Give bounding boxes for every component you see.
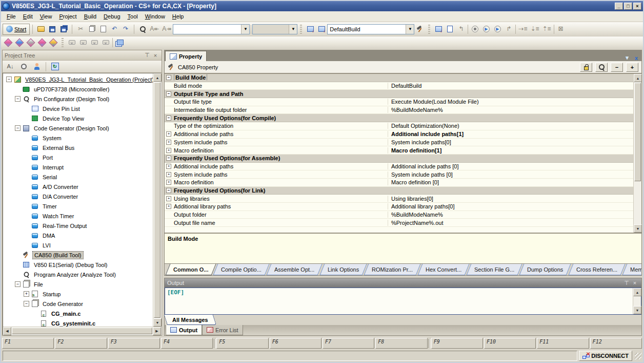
collapse-box-icon[interactable]: − <box>15 281 21 287</box>
tree-item[interactable]: −Code Generator (Design Tool) <box>3 123 153 133</box>
function-key-f8[interactable]: F8 <box>375 338 427 349</box>
collapse-box-icon[interactable]: − <box>166 156 171 161</box>
function-key-f10[interactable]: F10 <box>484 338 536 349</box>
property-row[interactable]: Build modeDefaultBuild <box>165 82 633 90</box>
property-value[interactable]: Default Optimization(None) <box>388 123 633 129</box>
collapse-box-icon[interactable]: − <box>166 75 171 80</box>
cut-button[interactable]: ✂ <box>75 24 86 35</box>
refresh-button[interactable]: ↻ <box>49 61 61 72</box>
step-in-button[interactable]: ⇢≡ <box>517 24 529 35</box>
property-category-row[interactable]: −Frequently Used Options(for Link) <box>165 187 633 195</box>
collapse-all-button[interactable]: − <box>611 63 623 72</box>
scroll-up-icon[interactable]: ▲ <box>634 74 642 82</box>
expand-box-icon[interactable]: + <box>166 204 171 209</box>
save-project-button[interactable] <box>47 24 58 35</box>
tree-item[interactable]: Timer <box>3 201 153 211</box>
scroll-up-icon[interactable]: ▲ <box>633 288 641 296</box>
property-row[interactable]: +Macro definitionMacro definition [0] <box>165 179 633 187</box>
tab-property[interactable]: Property <box>165 51 207 61</box>
tree-item[interactable]: System <box>3 133 153 143</box>
property-value[interactable]: %BuildModeName% <box>388 212 633 218</box>
property-row[interactable]: Output file typeExecute Module(Load Modu… <box>165 98 633 106</box>
stop-button[interactable] <box>469 24 480 35</box>
close-icon[interactable]: × <box>631 280 639 286</box>
dock-tab-output[interactable]: Output <box>166 325 202 335</box>
property-category-row[interactable]: −Frequently Used Options(for Compile) <box>165 114 633 122</box>
scroll-down-icon[interactable]: ▼ <box>153 318 162 327</box>
tool4-button[interactable] <box>36 37 48 48</box>
property-value[interactable]: Using libraries[0] <box>388 196 633 202</box>
tree-item[interactable]: External Bus <box>3 143 153 152</box>
tree-item[interactable]: Watch Timer <box>3 211 153 221</box>
disconnect-debugger-button[interactable]: ⊠ <box>555 24 567 35</box>
time-order-button[interactable] <box>18 61 29 72</box>
tree-item[interactable]: Port <box>3 152 153 162</box>
chevron-down-icon[interactable]: ▾ <box>622 54 632 61</box>
undo-button[interactable]: ↶ <box>109 24 120 35</box>
step-return-button[interactable]: ⇡≡ <box>540 24 552 35</box>
property-tab-dump-options[interactable]: Dump Options <box>519 264 571 275</box>
collapse-box-icon[interactable]: − <box>6 77 12 82</box>
prev-comment-button[interactable] <box>77 37 89 48</box>
tree-item[interactable]: −File <box>3 279 153 289</box>
property-tab-common-o[interactable]: Common O... <box>166 264 216 275</box>
tree-item[interactable]: Program Analyzer (Analyze Tool) <box>3 270 153 279</box>
property-value[interactable]: %ProjectName%.out <box>388 220 633 226</box>
menu-debug[interactable]: Debug <box>100 12 124 21</box>
disconnect-button[interactable]: ✕ DISCONNECT <box>579 351 632 361</box>
dock-tab-error-list[interactable]: Error List <box>202 325 243 335</box>
property-value[interactable]: Additional include paths[1] <box>388 131 633 137</box>
maximize-button[interactable]: □ <box>624 3 632 10</box>
redo-button[interactable]: ↷ <box>120 24 131 35</box>
tree-item[interactable]: Device Pin List <box>3 104 153 113</box>
menu-project[interactable]: Project <box>55 12 80 21</box>
close-button[interactable]: × <box>633 3 641 10</box>
find-previous-button[interactable]: A↞ <box>148 24 160 35</box>
tree-item[interactable]: −Pin Configurator (Design Tool) <box>3 94 153 104</box>
property-value[interactable]: Additional library paths[0] <box>388 203 633 209</box>
go-button[interactable]: ▶ <box>480 24 492 35</box>
tree-item[interactable]: uPD70F3738 (Microcontroller) <box>3 84 153 94</box>
collapse-box-icon[interactable]: − <box>15 125 21 131</box>
property-tab-cross-referen[interactable]: Cross Referen... <box>568 264 625 275</box>
minimize-button[interactable]: _ <box>615 3 623 10</box>
property-value[interactable]: System include paths [0] <box>388 171 633 178</box>
pin-icon[interactable]: ⊤ <box>143 52 151 59</box>
save-all-button[interactable] <box>58 24 69 35</box>
tree-item[interactable]: −V850ES_JG3-L_Tutorial_Basic_Operation (… <box>3 74 153 84</box>
tool5-button[interactable] <box>48 37 59 48</box>
tree-item[interactable]: Device Top View <box>3 113 153 123</box>
scroll-down-icon[interactable]: ▼ <box>633 306 641 314</box>
property-row[interactable]: Type of the optimizationDefault Optimiza… <box>165 122 633 130</box>
property-category-row[interactable]: −Build Mode <box>165 74 633 82</box>
tree-item[interactable]: cCG_systeminit.c <box>3 318 153 327</box>
build-tool-options-button[interactable] <box>414 24 426 35</box>
property-value[interactable]: %BuildModeName% <box>388 107 633 113</box>
rebuild-project-button[interactable] <box>316 24 327 35</box>
property-row[interactable]: +Additional include pathsAdditional incl… <box>165 163 633 171</box>
tool2-button[interactable] <box>14 37 25 48</box>
tree-item[interactable]: +sStartup <box>3 289 153 299</box>
function-key-f5[interactable]: F5 <box>216 338 268 349</box>
reset-button[interactable]: ↰ <box>455 24 467 35</box>
expand-box-icon[interactable]: + <box>166 148 171 153</box>
tree-item[interactable]: Serial <box>3 172 153 182</box>
function-key-f1[interactable]: F1 <box>2 338 54 349</box>
download-rebuild-button[interactable] <box>444 24 455 35</box>
expand-box-icon[interactable]: + <box>166 172 171 177</box>
chevron-down-icon[interactable]: ▼ <box>406 25 414 34</box>
collapse-box-icon[interactable]: − <box>166 116 171 121</box>
property-row[interactable]: +Using librariesUsing libraries[0] <box>165 195 633 203</box>
download-button[interactable] <box>433 24 444 35</box>
menu-view[interactable]: View <box>36 12 56 21</box>
property-tab-link-options[interactable]: Link Options <box>319 264 367 275</box>
property-tab-section-file-g[interactable]: Section File G... <box>467 264 522 275</box>
tree-horizontal-scrollbar[interactable]: ◀ ▶ <box>3 327 161 335</box>
expand-box-icon[interactable]: + <box>166 196 171 201</box>
tree-item[interactable]: −Code Generator <box>3 299 153 309</box>
tree-vertical-scrollbar[interactable]: ▲ ▼ <box>153 73 161 327</box>
close-document-icon[interactable]: x <box>632 55 641 61</box>
tree-item[interactable]: A/D Converter <box>3 182 153 192</box>
output-text[interactable]: [EOF] <box>165 288 633 314</box>
search-combo[interactable]: ▼ <box>173 24 250 34</box>
